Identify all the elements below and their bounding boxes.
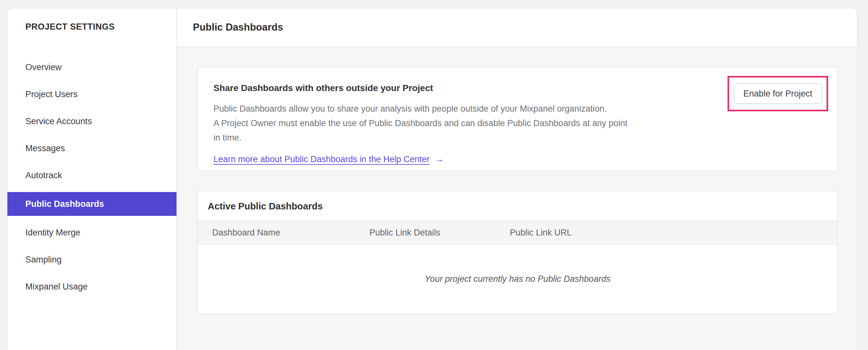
active-card-title: Active Public Dashboards [198,192,837,221]
share-description-line-2: A Project Owner must enable the use of P… [214,116,715,130]
settings-panel: PROJECT SETTINGS Overview Project Users … [7,8,858,350]
page: PROJECT SETTINGS Overview Project Users … [0,0,868,350]
project-settings-sidebar: PROJECT SETTINGS Overview Project Users … [7,8,177,350]
sidebar-item-sampling[interactable]: Sampling [7,246,177,273]
sidebar-item-overview[interactable]: Overview [7,54,177,81]
help-center-link-row: Learn more about Public Dashboards in th… [214,154,715,165]
active-dashboards-card: Active Public Dashboards Dashboard Name … [197,191,838,314]
sidebar-item-project-users[interactable]: Project Users [7,81,177,108]
sidebar-item-mixpanel-usage[interactable]: Mixpanel Usage [7,273,177,300]
column-public-link-url: Public Link URL [496,228,837,238]
share-card-title: Share Dashboards with others outside you… [214,83,715,93]
sidebar-item-messages[interactable]: Messages [7,135,177,162]
help-center-link[interactable]: Learn more about Public Dashboards in th… [214,154,430,165]
sidebar-item-identity-merge[interactable]: Identity Merge [7,219,177,246]
empty-state-message: Your project currently has no Public Das… [425,274,611,284]
sidebar-nav: Overview Project Users Service Accounts … [7,54,177,300]
enable-for-project-button[interactable]: Enable for Project [734,83,823,104]
sidebar-item-service-accounts[interactable]: Service Accounts [7,108,177,135]
sidebar-item-autotrack[interactable]: Autotrack [7,162,177,189]
share-dashboards-card: Share Dashboards with others outside you… [197,67,838,172]
dashboards-empty-state: Your project currently has no Public Das… [198,244,837,313]
main-area: Public Dashboards Share Dashboards with … [177,8,857,350]
share-card-text: Share Dashboards with others outside you… [198,67,715,165]
column-public-link-details: Public Link Details [355,228,496,238]
enable-button-highlight-annotation: Enable for Project [727,76,828,111]
share-description-line-1: Public Dashboards allow you to share you… [214,101,715,116]
share-card-description: Public Dashboards allow you to share you… [214,101,715,145]
page-title: Public Dashboards [193,22,283,33]
main-content: Share Dashboards with others outside you… [177,47,857,314]
sidebar-item-public-dashboards[interactable]: Public Dashboards [7,192,177,216]
share-description-line-3: in time. [214,130,715,145]
column-dashboard-name: Dashboard Name [198,228,355,238]
main-header: Public Dashboards [177,8,857,47]
dashboards-table-header: Dashboard Name Public Link Details Publi… [198,221,837,244]
sidebar-title: PROJECT SETTINGS [7,8,177,32]
arrow-right-icon: → [435,154,444,165]
